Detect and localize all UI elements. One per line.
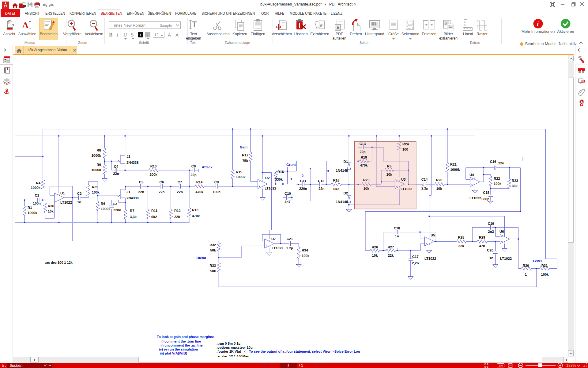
svg-text:C21: C21	[287, 237, 293, 241]
svg-text:U7: U7	[271, 237, 276, 241]
svg-text:R32: R32	[209, 243, 216, 247]
svg-text:R13: R13	[192, 208, 198, 212]
svg-text:470k: 470k	[195, 190, 203, 194]
svg-text:2.2µ: 2.2µ	[421, 186, 428, 190]
svg-text:R14: R14	[196, 180, 203, 184]
svg-text:Grunt: Grunt	[286, 163, 296, 167]
svg-text:1000k: 1000k	[31, 186, 41, 190]
svg-text:47k: 47k	[479, 244, 485, 248]
svg-text:C14: C14	[421, 178, 428, 181]
svg-text:75k: 75k	[242, 159, 248, 163]
svg-text:1000k: 1000k	[101, 207, 111, 211]
svg-text:Blend: Blend	[197, 256, 206, 260]
svg-text:C1: C1	[35, 194, 39, 197]
svg-text:22k: 22k	[388, 254, 394, 257]
svg-text:To look at gain and phase marg: To look at gain and phase margins:	[157, 335, 214, 339]
svg-text:C8: C8	[214, 180, 219, 184]
svg-text:6k2: 6k2	[334, 187, 339, 191]
svg-text:i: i	[537, 20, 539, 28]
svg-text:R36: R36	[48, 204, 54, 208]
svg-text:U5: U5	[431, 233, 435, 237]
svg-text:A: A	[581, 100, 583, 104]
svg-text:22p: 22p	[360, 150, 366, 154]
svg-text:C12: C12	[318, 179, 324, 183]
svg-text:100: 100	[402, 148, 408, 151]
svg-text:1: 1	[290, 177, 292, 181]
svg-text:C2: C2	[77, 192, 81, 195]
svg-text:3: 3	[327, 169, 329, 173]
svg-text:1n: 1n	[489, 256, 493, 260]
svg-text:C7: C7	[178, 180, 182, 184]
svg-text:C11: C11	[300, 179, 306, 183]
svg-text:22n: 22n	[318, 187, 325, 190]
svg-text:D2: D2	[344, 191, 348, 195]
svg-text:.options maxstep=10u: .options maxstep=10u	[217, 346, 253, 349]
svg-text:1N4148: 1N4148	[336, 200, 348, 204]
svg-text:C16: C16	[490, 160, 496, 163]
svg-text:R9: R9	[97, 163, 101, 167]
svg-text:Attack: Attack	[202, 165, 213, 169]
svg-text:LT1022: LT1022	[469, 196, 481, 200]
svg-text:C10: C10	[285, 192, 291, 195]
svg-text:;ac dec 100 1 12k: ;ac dec 100 1 12k	[45, 261, 73, 264]
svg-text:470k: 470k	[360, 163, 368, 167]
svg-text:2n2: 2n2	[488, 230, 494, 233]
svg-text:C5: C5	[139, 180, 143, 184]
svg-text:1000k: 1000k	[92, 168, 101, 172]
svg-text:T: T	[192, 20, 197, 29]
svg-text:iii) plot V(A)/V(B): iii) plot V(A)/V(B)	[160, 351, 187, 355]
svg-text:2,2n: 2,2n	[412, 261, 419, 265]
svg-text:22k: 22k	[458, 244, 465, 248]
svg-text:R23: R23	[512, 179, 518, 182]
svg-text:Level: Level	[533, 259, 542, 263]
svg-text:C3: C3	[113, 202, 117, 206]
svg-text:1000k: 1000k	[450, 168, 460, 171]
svg-text:200k: 200k	[149, 173, 157, 176]
svg-text:R27: R27	[388, 245, 394, 249]
svg-text:1n: 1n	[395, 234, 399, 238]
svg-text:50k: 50k	[210, 248, 216, 252]
svg-text:R29: R29	[479, 236, 485, 239]
svg-text:10k: 10k	[364, 187, 370, 190]
svg-text:R11: R11	[151, 209, 157, 213]
svg-text:22p: 22p	[190, 173, 197, 177]
svg-text:LT1022: LT1022	[272, 246, 283, 250]
svg-text:R22: R22	[494, 177, 500, 180]
svg-text:J2: J2	[126, 155, 130, 158]
svg-text:C9: C9	[191, 164, 196, 168]
svg-text:U1: U1	[60, 191, 65, 195]
svg-text:22n: 22n	[138, 190, 144, 194]
svg-text:2.2µ: 2.2µ	[286, 246, 293, 250]
svg-text:D1: D1	[344, 160, 348, 163]
svg-text:22n: 22n	[498, 161, 504, 165]
svg-text:R6: R6	[101, 202, 105, 205]
svg-text:1000k: 1000k	[92, 154, 101, 157]
svg-text:10k: 10k	[436, 187, 443, 190]
svg-text:100k: 100k	[494, 182, 502, 186]
svg-text:R31: R31	[541, 264, 548, 267]
svg-text:.fourier 1K V(a): .fourier 1K V(a)	[217, 350, 241, 353]
svg-text:2N4338: 2N4338	[126, 161, 139, 164]
svg-text:1N4148: 1N4148	[336, 169, 348, 172]
svg-text:R35: R35	[92, 185, 98, 189]
svg-text:U2: U2	[265, 176, 270, 180]
svg-text:100n: 100n	[213, 190, 221, 194]
svg-text:R18: R18	[333, 178, 340, 182]
svg-text:1: 1	[525, 273, 527, 276]
svg-text:470k: 470k	[192, 214, 200, 218]
svg-text:C18: C18	[394, 226, 400, 230]
svg-text:C20: C20	[487, 248, 493, 252]
svg-text:A: A	[22, 20, 29, 30]
svg-text:10k: 10k	[48, 209, 54, 213]
svg-text:U3: U3	[401, 178, 405, 181]
svg-text:100k: 100k	[302, 254, 310, 258]
svg-text:C13: C13	[360, 142, 366, 146]
svg-text:100n: 100n	[33, 201, 41, 205]
svg-text:iv) re-run the simulation: iv) re-run the simulation	[159, 347, 198, 351]
svg-text:R28: R28	[458, 236, 465, 239]
svg-text:R17: R17	[242, 153, 248, 157]
svg-text:220n: 220n	[299, 187, 307, 190]
svg-text:i) comment the .tran line: i) comment the .tran line	[161, 339, 201, 343]
svg-text:.ac dec 12 1 100Meg: .ac dec 12 1 100Meg	[217, 355, 249, 357]
svg-text:R7: R7	[130, 209, 134, 213]
